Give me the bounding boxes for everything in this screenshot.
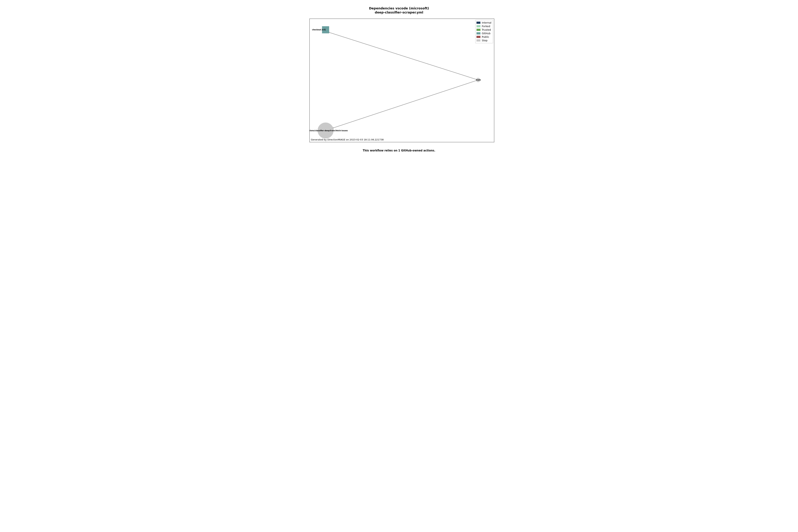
plot-frame: checkout [v3] main ctions/classifier-dee… xyxy=(309,19,494,142)
legend-swatch-trusted xyxy=(476,29,480,31)
legend-label-step: Step xyxy=(482,39,488,42)
graph-edges xyxy=(310,19,494,142)
legend-swatch-github xyxy=(476,32,480,34)
legend-swatch-step xyxy=(476,39,480,41)
edge-main-to-fetch-issues xyxy=(332,80,478,128)
legend-item-public: Public xyxy=(476,35,491,39)
legend-swatch-internal xyxy=(476,22,480,24)
node-checkout-label: checkout [v3] xyxy=(312,29,326,31)
legend-item-github: GitHub xyxy=(476,32,491,35)
legend-swatch-forked xyxy=(476,25,480,27)
legend-item-trusted: Trusted xyxy=(476,28,491,32)
node-main-label: main xyxy=(476,79,481,81)
legend-label-forked: Forked xyxy=(482,25,490,28)
title-line-1: Dependencies vscode (microsoft) xyxy=(279,6,519,11)
diagram-page: Dependencies vscode (microsoft) deep-cla… xyxy=(279,0,519,159)
legend-item-step: Step xyxy=(476,39,491,42)
legend-label-trusted: Trusted xyxy=(482,28,491,31)
legend-item-internal: Internal xyxy=(476,21,491,24)
title-line-2: deep-classifier-scraper.yml xyxy=(279,11,519,15)
generation-footer: Generated by DirectionMIAGE on 2023-02-0… xyxy=(311,138,384,141)
node-fetch-issues-label: ctions/classifier-deep/train/fetch-issue… xyxy=(309,130,348,132)
legend-label-public: Public xyxy=(482,36,489,38)
title-block: Dependencies vscode (microsoft) deep-cla… xyxy=(279,6,519,14)
edge-main-to-checkout xyxy=(328,32,478,80)
legend-item-forked: Forked xyxy=(476,24,491,28)
legend-swatch-public xyxy=(476,36,480,38)
legend: Internal Forked Trusted GitHub Public St… xyxy=(475,20,493,43)
legend-label-internal: Internal xyxy=(482,21,491,24)
summary-line: This workflow relies on 1 GitHub-owned a… xyxy=(279,149,519,152)
legend-label-github: GitHub xyxy=(482,32,491,35)
